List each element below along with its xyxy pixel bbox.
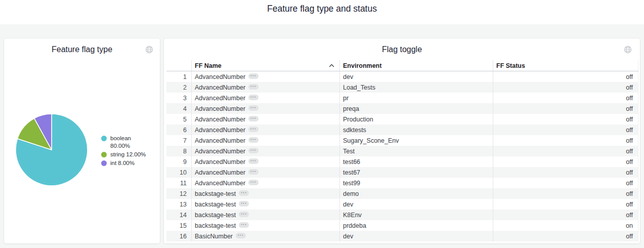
legend-color-dot (101, 152, 107, 157)
column-header-label: Environment (343, 62, 381, 69)
legend-item-string[interactable]: string 12.00% (101, 151, 146, 158)
cell-actions-ellipsis-icon[interactable]: ··· (248, 127, 259, 132)
cell-actions-ellipsis-icon[interactable]: ··· (248, 158, 259, 164)
column-header-ff-name[interactable]: FF Name (191, 60, 339, 71)
pie-legend: boolean80.00%string 12.00%int 8.00% (101, 135, 146, 168)
table-row: 4AdvancedNumber···preqaoff (166, 103, 638, 114)
environment-cell: dev (339, 71, 493, 82)
sort-ascending-icon[interactable] (329, 64, 334, 67)
ff-status-cell: off (493, 125, 638, 135)
cell-actions-ellipsis-icon[interactable]: ··· (248, 148, 259, 153)
cell-actions-ellipsis-icon[interactable]: ··· (248, 137, 259, 143)
cell-actions-ellipsis-icon[interactable]: ··· (248, 73, 259, 79)
environment-cell: Sugary_Scone_Env (339, 135, 493, 146)
globe-icon[interactable] (624, 46, 632, 56)
globe-icon[interactable] (145, 46, 153, 56)
cell-actions-ellipsis-icon[interactable]: ··· (248, 180, 259, 185)
ff-status-cell: off (493, 167, 638, 178)
ff-name-text: AdvancedNumber (195, 105, 245, 112)
table-row: 14backstage-test···K8Envoff (166, 210, 638, 220)
table-row: 16BasicNumber···devoff (166, 231, 638, 241)
ff-name-text: AdvancedNumber (195, 127, 245, 134)
ff-name-cell: AdvancedNumber··· (191, 156, 339, 167)
row-number-cell: 4 (166, 105, 191, 112)
row-number-cell: 7 (166, 137, 191, 144)
ff-name-cell: AdvancedNumber··· (191, 135, 339, 146)
environment-cell: Test (339, 146, 493, 156)
row-number-cell: 16 (166, 233, 191, 240)
table-row: 12backstage-test···demooff (166, 188, 638, 199)
row-number-cell: 9 (166, 158, 191, 166)
table-row: 9AdvancedNumber···test66off (166, 156, 638, 167)
ff-name-cell: backstage-test··· (191, 188, 339, 199)
cell-actions-ellipsis-icon[interactable]: ··· (239, 190, 249, 196)
table-row: 11AdvancedNumber···test99off (166, 178, 638, 188)
ff-name-cell: backstage-test··· (191, 220, 339, 231)
legend-color-dot (101, 136, 107, 141)
legend-item-int[interactable]: int 8.00% (101, 159, 146, 167)
row-number-cell: 15 (166, 222, 191, 229)
table-row: 1AdvancedNumber···devoff (166, 71, 638, 82)
panel-title: Flag toggle (164, 38, 640, 54)
pie-chart (14, 112, 89, 187)
ff-name-cell: AdvancedNumber··· (191, 71, 339, 82)
legend-label: int 8.00% (110, 159, 135, 167)
environment-cell: dev (339, 231, 493, 241)
row-number-cell: 2 (166, 84, 191, 91)
column-header-environment[interactable]: Environment (339, 60, 493, 71)
ff-name-cell: AdvancedNumber··· (191, 167, 339, 178)
cell-actions-ellipsis-icon[interactable]: ··· (248, 169, 259, 175)
ff-name-text: AdvancedNumber (195, 116, 245, 123)
environment-cell: test66 (339, 156, 493, 167)
ff-name-text: AdvancedNumber (195, 158, 245, 166)
legend-label: string 12.00% (110, 151, 146, 158)
ff-name-text: AdvancedNumber (195, 148, 245, 155)
cell-actions-ellipsis-icon[interactable]: ··· (239, 212, 249, 217)
table-row: 3AdvancedNumber···proff (166, 93, 638, 103)
environment-cell: pr (339, 93, 493, 103)
ff-name-text: backstage-test (195, 212, 236, 219)
table-row: 13backstage-test···devoff (166, 199, 638, 210)
legend-label: boolean80.00% (110, 135, 131, 150)
row-number-cell: 8 (166, 148, 191, 155)
ff-name-cell: AdvancedNumber··· (191, 114, 339, 125)
legend-color-dot (101, 160, 107, 166)
cell-actions-ellipsis-icon[interactable]: ··· (248, 105, 259, 111)
cell-actions-ellipsis-icon[interactable]: ··· (236, 233, 246, 238)
row-number-cell: 1 (166, 73, 191, 80)
row-number-cell: 11 (166, 180, 191, 187)
ff-name-cell: AdvancedNumber··· (191, 103, 339, 114)
cell-actions-ellipsis-icon[interactable]: ··· (248, 95, 259, 100)
ff-name-cell: AdvancedNumber··· (191, 146, 339, 156)
column-header-ff-status[interactable]: FF Status (493, 60, 638, 71)
ff-name-text: AdvancedNumber (195, 180, 245, 187)
environment-cell: prddeba (339, 220, 493, 231)
ff-name-text: AdvancedNumber (195, 84, 245, 91)
row-number-cell: 5 (166, 116, 191, 123)
cell-actions-ellipsis-icon[interactable]: ··· (239, 201, 249, 206)
table-row: 8AdvancedNumber···Testoff (166, 146, 638, 156)
table-row: 5AdvancedNumber···Productionoff (166, 114, 638, 125)
ff-name-cell: AdvancedNumber··· (191, 178, 339, 188)
cell-actions-ellipsis-icon[interactable]: ··· (248, 116, 259, 121)
cell-actions-ellipsis-icon[interactable]: ··· (248, 84, 259, 90)
table-body: 1AdvancedNumber···devoff2AdvancedNumber·… (166, 71, 638, 241)
panel-feature-flag-type: Feature flag type boolean80.00%string 12… (4, 38, 160, 243)
environment-cell: Load_Tests (339, 82, 493, 93)
dashboard-header: Feature flag type and status (0, 0, 644, 24)
table-row: 7AdvancedNumber···Sugary_Scone_Envoff (166, 135, 638, 146)
ff-status-cell: off (493, 146, 638, 156)
row-number-cell: 13 (166, 201, 191, 208)
row-number-cell: 6 (166, 127, 191, 134)
row-number-cell: 3 (166, 95, 191, 102)
legend-item-boolean[interactable]: boolean80.00% (101, 135, 146, 150)
column-header-label: FF Status (496, 62, 525, 69)
table-row: 15backstage-test···prddebaon (166, 220, 638, 231)
ff-name-text: BasicNumber (195, 233, 233, 240)
ff-status-cell: off (493, 103, 638, 114)
panel-title: Feature flag type (4, 38, 160, 54)
ff-status-cell: off (493, 93, 638, 103)
cell-actions-ellipsis-icon[interactable]: ··· (239, 222, 249, 228)
ff-status-cell: on (493, 220, 638, 231)
ff-status-cell: off (493, 156, 638, 167)
